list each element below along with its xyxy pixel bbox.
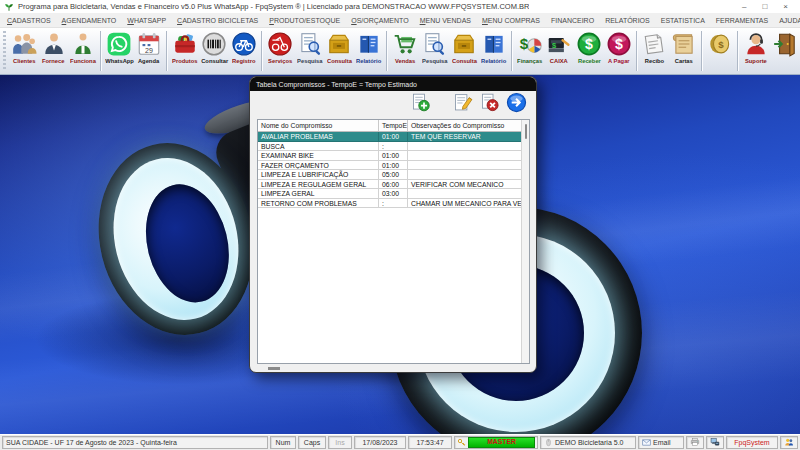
close-button[interactable]: × <box>783 2 788 11</box>
status-app-name: DEMO Bicicletaria 5.0 <box>540 436 636 449</box>
menu-item-financeiro[interactable]: FINANCEIRO <box>551 17 594 24</box>
menu-bar: CADASTROSAGENDAMENTOWHATSAPPCADASTRO BIC… <box>0 13 800 28</box>
report-icon <box>481 31 507 57</box>
toolbar-agenda-button[interactable]: 29Agenda <box>134 29 164 64</box>
toolbar-consultar-button[interactable]: Consultar <box>200 29 230 64</box>
table-header-tempoe[interactable]: TempoE <box>379 120 408 131</box>
dialog-title-bar[interactable]: Tabela Compromissos - TempoE = Tempo Est… <box>250 77 536 91</box>
toolbar-separator <box>100 31 102 71</box>
horizontal-scrollbar-thumb[interactable] <box>268 367 280 370</box>
barcode-icon <box>201 31 227 57</box>
clients-icon <box>11 31 37 57</box>
cell-obs <box>408 189 522 199</box>
menu-item-produto-estoque[interactable]: PRODUTO/ESTOQUE <box>269 17 340 24</box>
scrollbar-thumb[interactable] <box>525 124 528 139</box>
doc-search-icon <box>421 31 447 57</box>
table-row-busca[interactable]: BUSCA: <box>258 142 522 152</box>
table-row-limpeza-e-regulagem-geral[interactable]: LIMPEZA E REGULAGEM GERAL06:00VERIFICAR … <box>258 180 522 190</box>
toolbar-button-label: Registro <box>232 58 256 64</box>
status-insert: Ins <box>328 436 352 449</box>
toolbar-funciona-button[interactable]: Funciona <box>68 29 98 64</box>
toolbar-fornece-button[interactable]: Fornece <box>39 29 69 64</box>
status-email-button[interactable]: Email <box>638 436 684 449</box>
cell-obs <box>408 170 522 180</box>
table-header-nome-do-compromisso[interactable]: Nome do Compromisso <box>258 120 379 131</box>
menu-item-ajuda[interactable]: AJUDA <box>779 17 800 24</box>
toolbar-financas-button[interactable]: $Finanças <box>515 29 545 64</box>
toolbar-button-label: Relatório <box>356 58 381 64</box>
toolbar-servicos-button[interactable]: Serviços <box>265 29 295 64</box>
vertical-scrollbar[interactable] <box>521 120 529 363</box>
compromissos-table: Nome do CompromissoTempoEObservações do … <box>257 119 530 364</box>
drawer-icon <box>326 31 352 57</box>
toolbar-consulta-button[interactable]: Consulta <box>449 29 479 64</box>
menu-item-estatistica[interactable]: ESTATISTICA <box>661 17 705 24</box>
toolbar-produtos-button[interactable]: Produtos <box>170 29 200 64</box>
cell-obs: CHAMAR UM MECANICO PARA VERIFICA <box>408 199 522 209</box>
toolbar-registro-button[interactable]: Registro <box>229 29 259 64</box>
toolbar-separator <box>386 31 388 71</box>
toolbar-consulta-button[interactable]: Consulta <box>324 29 354 64</box>
coin-icon: $ <box>707 31 733 57</box>
toolbar-button-label: Funciona <box>70 58 96 64</box>
toolbar-button-label: Cartas <box>675 58 693 64</box>
toolbar-separator <box>737 31 739 71</box>
table-row-examinar-bike[interactable]: EXAMINAR BIKE01:00 <box>258 151 522 161</box>
toolbar-relatorio-button[interactable]: Relatório <box>354 29 384 64</box>
toolbar-cartas-button[interactable]: Cartas <box>669 29 699 64</box>
toolbar-coin-button[interactable]: $ <box>705 29 735 58</box>
table-row-limpeza-e-lubrificacao[interactable]: LIMPEZA E LUBRIFICAÇÃO05:00 <box>258 170 522 180</box>
toolbar-recibo-button[interactable]: Recibo <box>640 29 670 64</box>
toolbar-caixa-button[interactable]: $CAIXA <box>544 29 574 64</box>
table-row-retorno-com-problemas[interactable]: RETORNO COM PROBLEMAS:CHAMAR UM MECANICO… <box>258 199 522 209</box>
menu-item-label: WHATSAPP <box>127 17 166 24</box>
toolbar-button-label: Vendas <box>395 58 415 64</box>
toolbar-suporte-button[interactable]: Suporte <box>741 29 771 64</box>
add-record-icon <box>410 92 431 117</box>
cart-icon <box>392 31 418 57</box>
svg-text:$: $ <box>519 35 528 52</box>
menu-item-agendamento[interactable]: AGENDAMENTO <box>62 17 117 24</box>
menu-item-cadastros[interactable]: CADASTROS <box>7 17 51 24</box>
report-icon <box>356 31 382 57</box>
table-header-observacoes-do-compromisso[interactable]: Observações do Compromisso <box>408 120 522 131</box>
delete-record-button[interactable] <box>479 94 500 115</box>
menu-item-menu-vendas[interactable]: MENU VENDAS <box>420 17 471 24</box>
drawer-icon <box>451 31 477 57</box>
add-record-button[interactable] <box>410 94 431 115</box>
cell-nome: AVALIAR PROBLEMAS <box>258 132 379 142</box>
edit-record-button[interactable] <box>452 94 473 115</box>
toolbar-button-label: Finanças <box>517 58 542 64</box>
status-bar: SUA CIDADE - UF 17 de Agosto de 2023 - Q… <box>0 434 800 450</box>
network-icon <box>710 437 720 448</box>
cell-obs: TEM QUE RESERVAR <box>408 132 522 142</box>
minimize-button[interactable]: – <box>742 2 746 11</box>
toolbar-pesquisa-button[interactable]: Pesquisa <box>295 29 325 64</box>
toolbar-button-label: Consultar <box>201 58 228 64</box>
table-row-avaliar-problemas[interactable]: AVALIAR PROBLEMAS01:00TEM QUE RESERVAR <box>258 132 522 142</box>
menu-item-os-orcamento[interactable]: OS/ORÇAMENTO <box>351 17 408 24</box>
menu-item-whatsapp[interactable]: WHATSAPP <box>127 17 166 24</box>
status-user-panel: MASTER <box>454 436 538 449</box>
menu-item-relatorios[interactable]: RELATÓRIOS <box>605 17 650 24</box>
users-icon <box>784 437 794 448</box>
menu-item-ferramentas[interactable]: FERRAMENTAS <box>716 17 768 24</box>
toolbar-clientes-button[interactable]: Clientes <box>9 29 39 64</box>
toolbar-relatorio-button[interactable]: Relatório <box>479 29 509 64</box>
exit-dialog-button[interactable] <box>506 94 527 115</box>
toolbar-exit-door-button[interactable] <box>770 29 800 58</box>
menu-item-cadastro-bicicletas[interactable]: CADASTRO BICICLETAS <box>177 17 258 24</box>
status-network-button[interactable] <box>706 436 724 449</box>
toolbar-a-pagar-button[interactable]: $A Pagar <box>604 29 634 64</box>
table-row-fazer-orcamento[interactable]: FAZER ORÇAMENTO01:00 <box>258 161 522 171</box>
menu-item-menu-compras[interactable]: MENU COMPRAS <box>482 17 540 24</box>
status-printer-button[interactable] <box>686 436 704 449</box>
status-users-button[interactable] <box>780 436 798 449</box>
toolbar-pesquisa-button[interactable]: Pesquisa <box>420 29 450 64</box>
toolbar-vendas-button[interactable]: Vendas <box>390 29 420 64</box>
table-row-limpeza-geral[interactable]: LIMPEZA GERAL03:00 <box>258 189 522 199</box>
toolbar-whatsapp-button[interactable]: WhatsApp <box>104 29 134 64</box>
email-label: Email <box>653 439 671 446</box>
toolbar-receber-button[interactable]: $Receber <box>574 29 604 64</box>
maximize-button[interactable]: □ <box>762 2 767 11</box>
